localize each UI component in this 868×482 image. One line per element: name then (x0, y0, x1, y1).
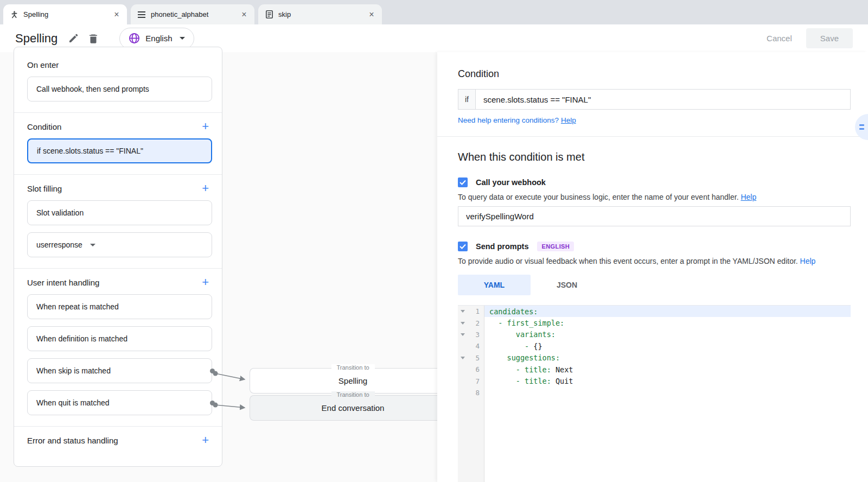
gutter-line-8: 8 (458, 387, 484, 398)
editor-code-area[interactable]: candidates: - first_simple: variants: - … (484, 306, 851, 482)
section-header: On enter (27, 60, 212, 69)
transition-box-end-conversation[interactable]: Transition toEnd conversation (250, 395, 456, 421)
condition-help-link[interactable]: Help (561, 116, 576, 124)
code-token: suggestions: (507, 353, 560, 362)
tab-json[interactable]: JSON (531, 275, 603, 295)
transition-target-name: End conversation (250, 396, 456, 413)
close-tab-icon[interactable]: × (112, 10, 122, 20)
language-selector[interactable]: English (119, 28, 194, 49)
scene-item-label: Slot validation (36, 208, 84, 217)
add-error-and-status-handling-button[interactable]: + (199, 435, 212, 445)
scene-item-label: if scene.slots.status == "FINAL" (37, 147, 143, 155)
check-icon (459, 180, 466, 185)
section-header: Slot filling+ (27, 183, 212, 193)
scene-item-userresponse[interactable]: userresponse (27, 232, 212, 257)
scene-item-label: When skip is matched (36, 366, 111, 375)
tab-yaml[interactable]: YAML (458, 275, 531, 295)
browser-tab-phonetic-alphabet[interactable]: phonetic_alphabet× (131, 4, 254, 24)
code-line-1[interactable]: candidates: (484, 306, 851, 317)
prompts-helper: To provide audio or visual feedback when… (458, 257, 798, 265)
scene-item-if-scene-slots-status-final-[interactable]: if scene.slots.status == "FINAL" (27, 138, 212, 163)
code-line-7[interactable]: - title: Quit (484, 375, 851, 386)
scene-doc-icon (265, 10, 273, 19)
trash-icon (89, 34, 98, 43)
code-token: Quit (551, 377, 573, 385)
scene-section-error-and-status-handling: Error and status handling+ (14, 427, 222, 462)
scene-item-when-repeat-is-matched[interactable]: When repeat is matched (27, 294, 212, 319)
webhook-help-link[interactable]: Help (741, 193, 756, 201)
scene-item-slot-validation[interactable]: Slot validation (27, 200, 212, 225)
send-prompts-checkbox[interactable] (458, 242, 468, 251)
fold-arrow-icon[interactable] (461, 322, 465, 325)
section-title: Error and status handling (27, 436, 118, 445)
browser-tabstrip: Spelling×phonetic_alphabet×skip× (0, 0, 868, 24)
close-tab-icon[interactable]: × (239, 10, 249, 20)
save-button[interactable]: Save (806, 28, 853, 48)
scene-item-call-webhook-then-send-prompts[interactable]: Call webhook, then send prompts (27, 77, 212, 102)
editor-format-tabs: YAMLJSON (458, 275, 851, 295)
code-token: candidates: (489, 307, 538, 316)
code-token: {} (533, 342, 542, 351)
code-token: - first_simple: (498, 319, 564, 327)
transition-target-name: Spelling (250, 369, 456, 385)
code-token (489, 365, 516, 374)
scene-item-when-quit-is-matched[interactable]: When quit is matched (27, 390, 212, 415)
fold-arrow-icon[interactable] (461, 357, 465, 359)
condition-help-line: Need help entering conditions? Help (458, 116, 851, 124)
browser-tab-skip[interactable]: skip× (258, 4, 382, 24)
scene-section-user-intent-handling: User intent handling+When repeat is matc… (14, 269, 222, 427)
gutter-line-2: 2 (458, 317, 484, 328)
code-line-3[interactable]: variants: (484, 329, 851, 340)
condition-detail-panel: Condition if Need help entering conditio… (437, 52, 868, 482)
list-icon (137, 10, 146, 19)
code-line-5[interactable]: suggestions: (484, 352, 851, 364)
transition-group: Transition toSpellingTransition toEnd co… (250, 368, 456, 422)
browser-tab-spelling[interactable]: Spelling× (3, 4, 127, 24)
scene-section-slot-filling: Slot filling+Slot validationuserresponse (14, 175, 222, 269)
event-handler-input[interactable] (458, 206, 851, 226)
section-header: Condition+ (27, 122, 212, 131)
condition-expression-input[interactable] (475, 89, 851, 110)
code-line-4[interactable]: - {} (484, 340, 851, 352)
call-webhook-checkbox[interactable] (458, 177, 468, 187)
add-slot-filling-button[interactable]: + (199, 183, 212, 193)
tab-label: skip (278, 10, 367, 18)
panel-divider (437, 136, 868, 137)
panel-condition-title: Condition (458, 68, 851, 80)
delete-scene-button[interactable] (89, 34, 98, 43)
edit-title-button[interactable] (68, 34, 78, 43)
code-token (489, 377, 516, 385)
chevron-down-icon (180, 37, 185, 40)
transition-box-spelling[interactable]: Transition toSpelling (250, 368, 456, 394)
fold-arrow-icon[interactable] (461, 310, 465, 313)
cancel-button[interactable]: Cancel (767, 34, 792, 43)
scene-item-label: When definition is matched (36, 334, 127, 343)
scene-item-when-definition-is-matched[interactable]: When definition is matched (27, 326, 212, 351)
line-number: 8 (458, 389, 484, 397)
code-token: variants: (516, 330, 556, 339)
close-tab-icon[interactable]: × (367, 10, 376, 20)
code-token (489, 319, 498, 327)
yaml-editor[interactable]: 12345678 candidates: - first_simple: var… (458, 305, 851, 482)
code-token (489, 342, 525, 351)
code-token: - title: (516, 377, 551, 385)
scene-section-on-enter: On enterCall webhook, then send prompts (14, 47, 222, 113)
scene-item-when-skip-is-matched[interactable]: When skip is matched (27, 358, 212, 383)
section-title: Slot filling (27, 184, 62, 193)
scene-item-label: When repeat is matched (36, 302, 119, 311)
code-line-2[interactable]: - first_simple: (484, 317, 851, 328)
add-user-intent-handling-button[interactable]: + (199, 277, 212, 287)
scene-section-condition: Condition+if scene.slots.status == "FINA… (14, 113, 222, 175)
code-line-6[interactable]: - title: Next (484, 364, 851, 375)
invocation-icon (10, 10, 18, 19)
code-line-8[interactable] (484, 387, 851, 398)
fold-arrow-icon[interactable] (461, 333, 465, 336)
prompts-help-link[interactable]: Help (800, 257, 816, 265)
tab-label: phonetic_alphabet (151, 10, 239, 18)
pencil-icon (68, 34, 78, 43)
page-title: Spelling (15, 31, 58, 46)
add-condition-button[interactable]: + (199, 122, 212, 131)
scene-card: On enterCall webhook, then send promptsC… (14, 47, 222, 467)
gutter-line-1: 1 (458, 306, 484, 317)
section-header: User intent handling+ (27, 277, 212, 287)
